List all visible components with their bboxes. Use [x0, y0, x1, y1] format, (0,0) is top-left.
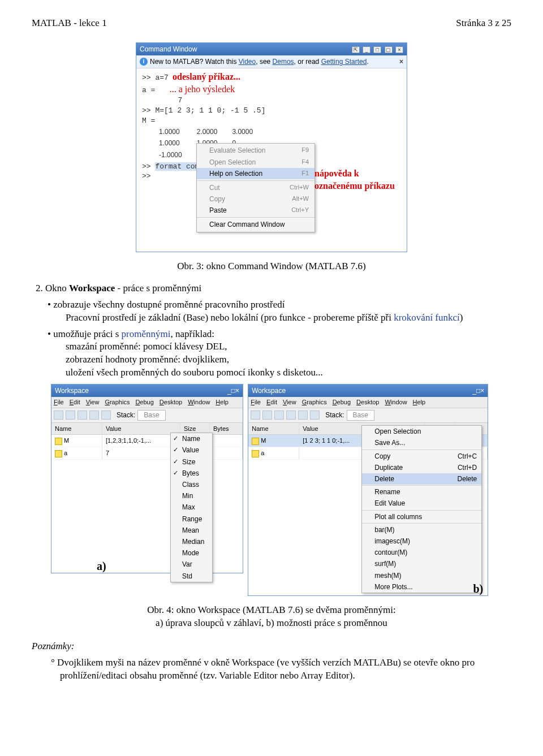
menu-item[interactable]: PasteCtrl+Y	[197, 205, 314, 216]
columns-menu[interactable]: NameValueSizeBytesClassMinMaxRangeMeanMe…	[170, 433, 213, 582]
plot-icon[interactable]	[101, 411, 111, 420]
plot-icon-b[interactable]	[310, 411, 320, 420]
info-link-demos[interactable]: Demos	[273, 58, 294, 66]
workspace-title-b: Workspace	[252, 386, 286, 395]
column-toggle[interactable]: Mode	[171, 547, 212, 559]
workspace-header-a[interactable]: Name Value Size Bytes	[51, 423, 243, 435]
menu-item[interactable]: Debug	[135, 398, 153, 407]
variable-context-menu[interactable]: Open SelectionSave As...CopyCtrl+CDuplic…	[361, 425, 482, 593]
menu-item[interactable]: Edit	[266, 398, 277, 407]
col-name-b[interactable]: Name	[248, 423, 299, 435]
column-toggle[interactable]: Min	[171, 490, 212, 502]
stack-select-b[interactable]: Base	[347, 410, 374, 420]
command-window-title: Command Window	[140, 45, 197, 54]
context-item[interactable]: Rename	[362, 486, 481, 498]
menu-item[interactable]: Evaluate SelectionF9	[197, 145, 314, 156]
maximize-icon[interactable]: □	[373, 46, 381, 53]
context-item[interactable]: Open Selection	[362, 426, 481, 437]
menu-item[interactable]: File	[251, 398, 261, 407]
minimize-icon[interactable]: _	[363, 46, 370, 53]
info-bar: i New to MATLAB? Watch this Video, see D…	[136, 55, 407, 68]
column-toggle[interactable]: Size	[171, 456, 212, 468]
close-icon-a[interactable]: ×	[235, 387, 239, 395]
command-context-menu[interactable]: Evaluate SelectionF9Open SelectionF4Help…	[196, 143, 315, 232]
max-icon[interactable]: □	[231, 387, 235, 395]
col-name-a[interactable]: Name	[51, 423, 102, 435]
column-toggle[interactable]: Bytes	[171, 468, 212, 479]
workspace-window-a: Workspace _□× FileEditViewGraphicsDebugD…	[51, 384, 243, 573]
min-icon-b[interactable]: _	[472, 387, 476, 395]
context-item[interactable]: bar(M)	[362, 524, 481, 535]
restore-icon[interactable]: ⇱	[352, 46, 360, 53]
menu-item[interactable]: Clear Command Window	[197, 219, 314, 230]
menu-item[interactable]: Graphics	[105, 398, 130, 407]
workspace-menu-a[interactable]: FileEditViewGraphicsDebugDesktopWindowHe…	[51, 397, 243, 408]
column-toggle[interactable]: Median	[171, 536, 212, 547]
column-toggle[interactable]: Value	[171, 444, 212, 456]
context-item[interactable]: Plot all columns	[362, 511, 481, 522]
stack-select[interactable]: Base	[137, 410, 165, 420]
context-item[interactable]: More Plots...	[362, 581, 481, 593]
column-toggle[interactable]: Std	[171, 571, 212, 582]
column-toggle[interactable]: Var	[171, 559, 212, 570]
link-variables[interactable]: proměnnými	[122, 329, 171, 339]
menu-item[interactable]: CopyAlt+W	[197, 193, 314, 205]
menu-item[interactable]: Window	[188, 398, 210, 407]
menu-item[interactable]: Window	[385, 398, 407, 407]
context-item[interactable]: imagesc(M)	[362, 535, 481, 547]
close-icon-b[interactable]: ×	[480, 387, 484, 395]
menu-item[interactable]: Graphics	[302, 398, 327, 407]
menu-item[interactable]: Help	[413, 398, 426, 407]
menu-item[interactable]: View	[86, 398, 100, 407]
stack-label: Stack:	[117, 411, 135, 420]
menu-item[interactable]: Desktop	[160, 398, 182, 407]
open-var-icon-b[interactable]	[262, 411, 272, 420]
save-icon-b[interactable]	[286, 411, 296, 420]
context-item[interactable]: Save As...	[362, 437, 481, 448]
workspace-row-a[interactable]: a 7 1x	[51, 447, 243, 460]
context-item[interactable]: CopyCtrl+C	[362, 451, 481, 462]
expand-icon[interactable]: ▢	[385, 46, 393, 53]
context-item[interactable]: DuplicateCtrl+D	[362, 462, 481, 473]
info-link-video[interactable]: Video	[239, 58, 256, 66]
context-item[interactable]: contour(M)	[362, 547, 481, 558]
menu-item[interactable]: View	[283, 398, 296, 407]
infobar-close-icon[interactable]: ×	[399, 57, 403, 66]
menu-item[interactable]: CutCtrl+W	[197, 182, 314, 193]
context-item[interactable]: surf(M)	[362, 558, 481, 569]
workspace-toolbar-b[interactable]: Stack: Base	[248, 408, 488, 422]
command-body[interactable]: >> a=7 odeslaný příkaz... a = ... a jeho…	[136, 68, 407, 251]
column-toggle[interactable]: Mean	[171, 525, 212, 536]
column-toggle[interactable]: Range	[171, 513, 212, 525]
close-icon[interactable]: ×	[395, 46, 403, 53]
new-var-icon-b[interactable]	[251, 411, 260, 420]
workspace-row-M[interactable]: M [1,2,3;1,1,0;-1,... 3x	[51, 435, 243, 447]
link-step-functions[interactable]: krokování funkcí	[394, 312, 460, 323]
delete-icon-b[interactable]	[298, 411, 308, 420]
context-item[interactable]: DeleteDelete	[362, 473, 481, 485]
context-item[interactable]: mesh(M)	[362, 570, 481, 581]
workspace-menu-b[interactable]: FileEditViewGraphicsDebugDesktopWindowHe…	[248, 397, 488, 408]
context-item[interactable]: Edit Value	[362, 498, 481, 509]
notes-section: Poznámky: Dvojklikem myši na název promě…	[32, 640, 511, 682]
column-toggle[interactable]: Max	[171, 502, 212, 513]
col-bytes-a[interactable]: Bytes	[210, 423, 243, 435]
column-toggle[interactable]: Class	[171, 479, 212, 490]
open-var-icon[interactable]	[66, 411, 75, 420]
workspace-toolbar-a[interactable]: Stack: Base	[51, 408, 243, 422]
info-link-getting-started[interactable]: Getting Started	[321, 58, 367, 66]
menu-item[interactable]: Desktop	[356, 398, 379, 407]
menu-item[interactable]: Edit	[70, 398, 80, 407]
min-icon[interactable]: _	[227, 387, 231, 395]
menu-item[interactable]: Open SelectionF4	[197, 157, 314, 168]
menu-item[interactable]: Help on SelectionF1	[197, 168, 314, 179]
import-icon-b[interactable]	[274, 411, 284, 420]
menu-item[interactable]: Help	[216, 398, 229, 407]
new-var-icon[interactable]	[54, 411, 63, 420]
import-icon[interactable]	[77, 411, 87, 420]
col-value-a[interactable]: Value	[102, 423, 180, 435]
menu-item[interactable]: Debug	[333, 398, 351, 407]
menu-item[interactable]: File	[54, 398, 64, 407]
column-toggle[interactable]: Name	[171, 433, 212, 444]
save-icon[interactable]	[89, 411, 99, 420]
